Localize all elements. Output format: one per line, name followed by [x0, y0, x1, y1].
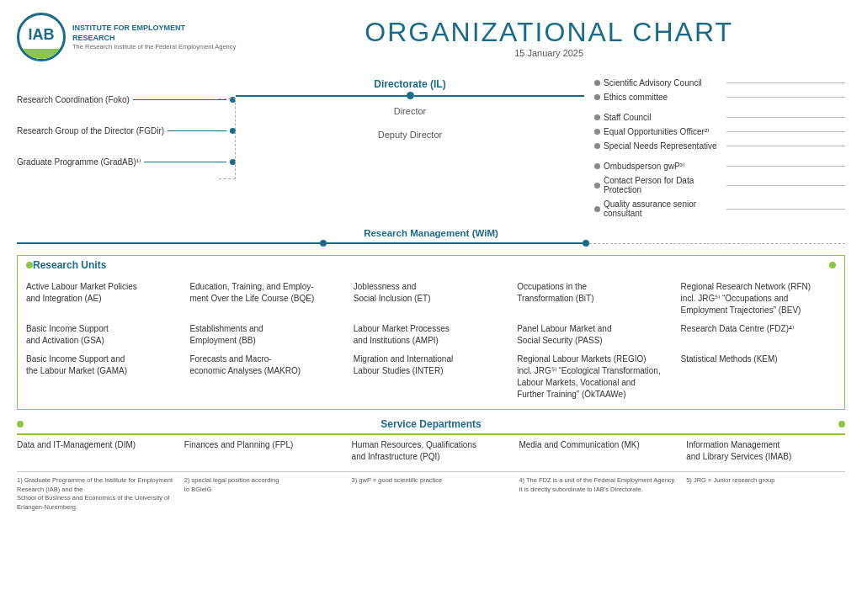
left-arm-2: Research Group of the Director (FGDir) [17, 126, 236, 135]
ru-dot-left [26, 262, 33, 268]
right-arm-4: Special Needs Representative [594, 141, 845, 151]
ru-item-1: Education, Training, and Employ- ment Ov… [189, 281, 344, 316]
ru-item-5: Basic Income Support and Activation (GSA… [26, 323, 181, 347]
rarm-line-1 [726, 97, 846, 98]
left-arms: Research Coordination (Foko) Research Gr… [17, 78, 236, 189]
arm-label-gradab: Graduate Programme (GradAB)¹⁾ [17, 157, 141, 167]
footnotes: 1) Graduate Programme of the Institute f… [17, 471, 845, 512]
left-arm-3: Graduate Programme (GradAB)¹⁾ [17, 157, 236, 167]
rarm-label-4: Special Needs Representative [604, 141, 723, 151]
ru-item-9: Research Data Centre (FDZ)⁴⁾ [681, 323, 836, 347]
rm-title: Research Management (WiM) [17, 228, 845, 238]
header: IAB INSTITUTE FOR EMPLOYMENT RESEARCH Th… [17, 13, 845, 61]
ru-item-8: Panel Labour Market and Social Security … [517, 323, 672, 347]
sd-item-3: Media and Communication (MK) [519, 439, 678, 463]
dashed-bracket [219, 98, 236, 179]
rarm-line-0 [726, 82, 846, 83]
footnote-0: 1) Graduate Programme of the Institute f… [17, 476, 176, 512]
arm-label-fgdir: Research Group of the Director (FGDir) [17, 126, 164, 135]
footnote-1: 2) special legal position according to B… [184, 476, 343, 512]
arm-label-foko: Research Coordination (Foko) [17, 95, 130, 104]
research-units-section: Research Units Active Labour Market Poli… [17, 255, 845, 410]
rarm-line-2 [726, 117, 846, 118]
rarm-line-7 [726, 209, 846, 210]
director-label: Director [378, 106, 442, 116]
page: IAB INSTITUTE FOR EMPLOYMENT RESEARCH Th… [0, 0, 862, 520]
arm-line-3 [144, 162, 226, 163]
top-row: Research Coordination (Foko) Research Gr… [17, 74, 845, 223]
rm-line-row [17, 240, 845, 247]
right-advisory: Scientific Advisory Council Ethics commi… [584, 78, 845, 223]
right-arm-3: Equal Opportunities Officer²⁾ [594, 127, 845, 136]
title-block: ORGANIZATIONAL CHART 15 January 2025 [253, 17, 845, 58]
sd-item-2: Human Resources, Qualifications and Infr… [352, 439, 511, 463]
rarm-dot-7 [594, 206, 600, 212]
arm-line-1 [133, 99, 226, 101]
right-arm-6: Contact Person for Data Protection [594, 176, 845, 194]
rarm-label-6: Contact Person for Data Protection [604, 176, 723, 194]
rarm-label-3: Equal Opportunities Officer²⁾ [604, 127, 723, 136]
rm-dot-right [583, 240, 589, 247]
dir-line-right [414, 95, 585, 97]
org-chart-title: ORGANIZATIONAL CHART [253, 17, 845, 48]
footnote-3: 4) The FDZ is a unit of the Federal Empl… [519, 476, 678, 512]
sd-item-1: Finances and Planning (FPL) [184, 439, 343, 463]
right-arm-7: Quality assurance senior consultant [594, 199, 845, 218]
dir-line-left [236, 95, 407, 97]
ru-item-6: Establishments and Employment (BB) [189, 323, 344, 347]
rarm-label-7: Quality assurance senior consultant [604, 199, 723, 218]
right-arm-0: Scientific Advisory Council [594, 78, 845, 88]
ru-grid: Active Labour Market Policies and Integr… [26, 281, 836, 401]
rarm-dot-5 [594, 163, 600, 169]
rarm-label-1: Ethics committee [604, 93, 723, 102]
ru-item-14: Statistical Methods (KEM) [681, 353, 836, 401]
rarm-line-3 [726, 131, 846, 132]
right-arm-1: Ethics committee [594, 93, 845, 102]
sd-dot-left [17, 421, 24, 427]
ru-item-13: Regional Labour Markets (REGIO) incl. JR… [517, 353, 672, 401]
rarm-label-0: Scientific Advisory Council [604, 78, 723, 88]
right-arm-2: Staff Council [594, 113, 845, 122]
sd-dot-right [838, 421, 845, 427]
sd-item-0: Data and IT-Management (DIM) [17, 439, 176, 463]
ru-header: Research Units [26, 259, 836, 276]
chart-area: Research Coordination (Foko) Research Gr… [17, 74, 845, 512]
ru-item-0: Active Labour Market Policies and Integr… [26, 281, 181, 316]
sd-title: Service Departments [24, 418, 838, 430]
arm-line-2 [168, 130, 226, 132]
sd-line [17, 433, 845, 435]
logo-text-block: INSTITUTE FOR EMPLOYMENT RESEARCH The Re… [72, 24, 236, 50]
ru-item-7: Labour Market Processes and Institutions… [354, 323, 508, 347]
left-arm-1: Research Coordination (Foko) [17, 95, 236, 104]
rarm-dot-6 [594, 183, 600, 189]
dir-dot-center [407, 92, 414, 99]
rarm-dot-1 [594, 94, 600, 100]
ru-dot-right [829, 262, 836, 268]
chart-date: 15 January 2025 [253, 48, 845, 58]
rm-line-center [327, 242, 583, 244]
logo-circle: IAB [17, 13, 66, 61]
ru-item-10: Basic Income Support and the Labour Mark… [26, 353, 181, 401]
ru-item-4: Regional Research Network (RFN) incl. JR… [681, 281, 836, 316]
rarm-dot-4 [594, 143, 600, 149]
rarm-line-4 [726, 146, 846, 146]
ru-item-2: Joblessness and Social Inclusion (ET) [354, 281, 508, 316]
footnote-2: 3) gwP = good scientific practice [352, 476, 511, 512]
ru-item-3: Occupations in the Transformation (BiT) [517, 281, 672, 316]
institute-name: INSTITUTE FOR EMPLOYMENT RESEARCH [72, 24, 236, 43]
rarm-dot-2 [594, 114, 600, 120]
rarm-dot-0 [594, 80, 600, 86]
rarm-line-5 [726, 166, 846, 167]
ru-item-12: Migration and International Labour Studi… [354, 353, 508, 401]
dir-line [236, 92, 584, 99]
rm-dot-left [320, 240, 327, 247]
rarm-line-6 [726, 185, 846, 186]
center-block: Directorate (IL) Director Deputy Directo… [236, 78, 584, 153]
rm-line-dashed [589, 243, 845, 244]
footnote-4: 5) JRG = Junior research group [686, 476, 845, 512]
right-arm-5: Ombudsperson gwP³⁾ [594, 162, 845, 171]
rarm-label-5: Ombudsperson gwP³⁾ [604, 162, 723, 171]
ru-item-11: Forecasts and Macro- economic Analyses (… [189, 353, 344, 401]
ru-title: Research Units [33, 259, 829, 271]
rarm-label-2: Staff Council [604, 113, 723, 122]
